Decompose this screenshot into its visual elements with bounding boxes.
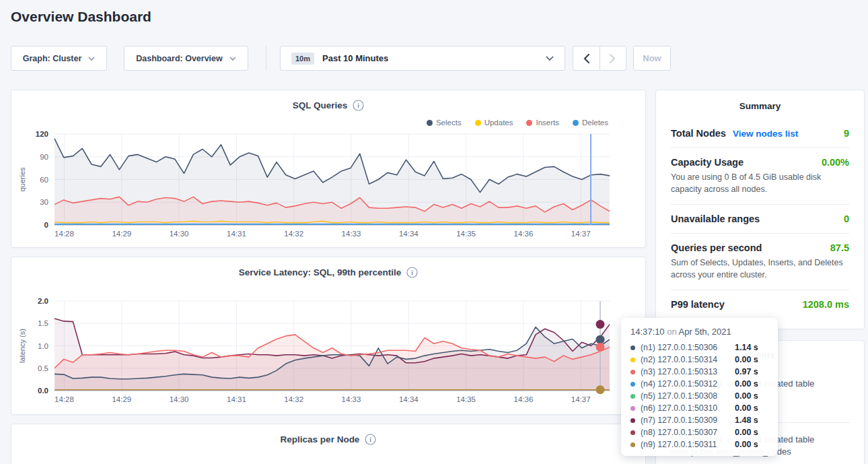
p99-latency-label: P99 latency [671, 299, 725, 310]
summary-qps: Queries per second 87.5 Sum of Selects, … [671, 233, 849, 290]
node-latency-value: 0.00 s [735, 355, 758, 364]
chevron-down-icon [229, 57, 236, 61]
tooltip-timestamp: 14:37:10 on Apr 5th, 2021 [630, 327, 768, 341]
legend-dot-icon [427, 120, 433, 126]
prev-time-button[interactable] [573, 46, 600, 70]
time-range-badge: 10m [291, 53, 314, 65]
graph-dropdown[interactable]: Graph: Cluster [11, 46, 107, 71]
legend-label: Inserts [536, 119, 559, 127]
tooltip-node-row: (n6) 127.0.0.1:503100.00 s [630, 402, 768, 414]
now-button-label: Now [643, 53, 661, 63]
svg-text:14:29: 14:29 [112, 230, 131, 238]
tooltip-node-row: (n8) 127.0.0.1:503070.00 s [630, 426, 768, 438]
legend-dot-icon [475, 120, 481, 126]
node-color-dot-icon [630, 406, 635, 411]
sql-chart-legend: SelectsUpdatesInsertsDeletes [427, 119, 608, 127]
dashboard-dropdown-label: Dashboard: Overview [136, 54, 223, 63]
chevron-right-icon [610, 54, 616, 63]
svg-text:14:35: 14:35 [456, 395, 476, 403]
svg-text:14:33: 14:33 [342, 395, 361, 403]
summary-p99: P99 latency 1208.0 ms [671, 290, 849, 319]
node-latency-value: 1.14 s [735, 343, 758, 352]
svg-text:1.0: 1.0 [38, 342, 48, 350]
svg-text:14:29: 14:29 [112, 395, 131, 403]
time-range-label: Past 10 Minutes [322, 53, 388, 63]
node-latency-value: 0.00 s [735, 391, 758, 401]
node-address: (n1) 127.0.0.1:50306 [641, 343, 735, 352]
svg-text:14:31: 14:31 [227, 230, 246, 238]
replicas-chart-title: Replicas per Node [281, 434, 360, 444]
p99-latency-value: 1208.0 ms [803, 299, 849, 310]
node-address: (n8) 127.0.0.1:50307 [641, 428, 735, 437]
legend-item-updates: Updates [475, 119, 513, 127]
legend-label: Deletes [582, 119, 608, 127]
chart-hover-tooltip: 14:37:10 on Apr 5th, 2021 (n1) 127.0.0.1… [621, 318, 778, 456]
legend-item-selects: Selects [427, 119, 462, 127]
svg-text:latency (s): latency (s) [18, 329, 26, 363]
total-nodes-value: 9 [844, 128, 849, 139]
tooltip-node-row: (n2) 127.0.0.1:503140.00 s [630, 354, 768, 366]
unavailable-ranges-label: Unavailable ranges [671, 213, 760, 224]
node-address: (n5) 127.0.0.1:50308 [641, 391, 735, 401]
info-icon[interactable]: i [353, 100, 364, 111]
next-time-button[interactable] [600, 46, 626, 70]
info-icon[interactable]: i [365, 434, 376, 445]
svg-text:i: i [370, 436, 372, 443]
node-color-dot-icon [630, 394, 635, 399]
view-nodes-list-link[interactable]: View nodes list [733, 129, 798, 139]
node-address: (n7) 127.0.0.1:50309 [641, 416, 735, 425]
latency-chart[interactable]: 14:2814:2914:3014:3114:3214:3314:3414:35… [11, 257, 647, 416]
node-color-dot-icon [630, 345, 635, 350]
svg-text:i: i [411, 269, 413, 276]
now-button[interactable]: Now [633, 46, 671, 71]
node-address: (n4) 127.0.0.1:50312 [641, 379, 735, 389]
svg-text:14:37: 14:37 [571, 230, 591, 238]
graph-dropdown-label: Graph: Cluster [23, 54, 82, 63]
chevron-down-icon [546, 56, 554, 61]
summary-total-nodes: Total Nodes View nodes list 9 [671, 119, 849, 147]
capacity-label: Capacity Usage [671, 157, 744, 168]
capacity-value: 0.00% [822, 157, 849, 168]
svg-text:0.5: 0.5 [38, 364, 48, 372]
svg-text:14:30: 14:30 [170, 395, 189, 403]
dashboard-dropdown[interactable]: Dashboard: Overview [124, 46, 248, 71]
summary-capacity: Capacity Usage 0.00% You are using 0 B o… [671, 147, 849, 204]
legend-item-inserts: Inserts [526, 119, 559, 127]
node-color-dot-icon [630, 442, 635, 447]
qps-label: Queries per second [671, 242, 762, 253]
qps-value: 87.5 [830, 242, 849, 253]
sql-queries-chart[interactable]: 14:2814:2914:3014:3114:3214:3314:3414:35… [11, 90, 647, 248]
node-latency-value: 0.00 s [735, 403, 758, 413]
svg-text:14:32: 14:32 [284, 395, 303, 403]
node-latency-value: 0.97 s [735, 367, 758, 376]
legend-label: Updates [484, 119, 513, 127]
time-range-picker[interactable]: 10m Past 10 Minutes [280, 46, 565, 71]
svg-text:14:33: 14:33 [342, 230, 361, 238]
svg-text:60: 60 [40, 176, 48, 184]
node-color-dot-icon [630, 418, 635, 423]
node-address: (n9) 127.0.0.1:50311 [641, 440, 735, 449]
node-color-dot-icon [630, 370, 635, 374]
tooltip-node-row: (n9) 127.0.0.1:503110.00 s [630, 438, 768, 451]
svg-text:14:36: 14:36 [514, 230, 534, 238]
svg-text:14:28: 14:28 [55, 395, 74, 403]
capacity-description: You are using 0 B of 4.5 GiB usable disk… [671, 171, 849, 195]
svg-text:14:34: 14:34 [399, 395, 419, 403]
total-nodes-label: Total Nodes [671, 128, 726, 139]
svg-text:1.5: 1.5 [38, 319, 48, 327]
tooltip-node-row: (n1) 127.0.0.1:503061.14 s [630, 341, 768, 354]
legend-dot-icon [573, 120, 579, 126]
tooltip-node-row: (n4) 127.0.0.1:503120.00 s [630, 378, 768, 390]
svg-text:14:30: 14:30 [170, 230, 189, 238]
svg-text:30: 30 [40, 198, 48, 206]
svg-text:0.0: 0.0 [38, 387, 48, 395]
svg-text:queries: queries [18, 167, 26, 192]
chevron-down-icon [88, 57, 95, 61]
svg-text:14:37: 14:37 [571, 395, 591, 403]
node-color-dot-icon [630, 382, 635, 387]
node-latency-value: 0.00 s [735, 379, 758, 389]
controls-divider [266, 46, 266, 71]
info-icon[interactable]: i [406, 267, 418, 278]
node-latency-value: 1.48 s [735, 416, 758, 425]
chevron-left-icon [583, 54, 589, 63]
